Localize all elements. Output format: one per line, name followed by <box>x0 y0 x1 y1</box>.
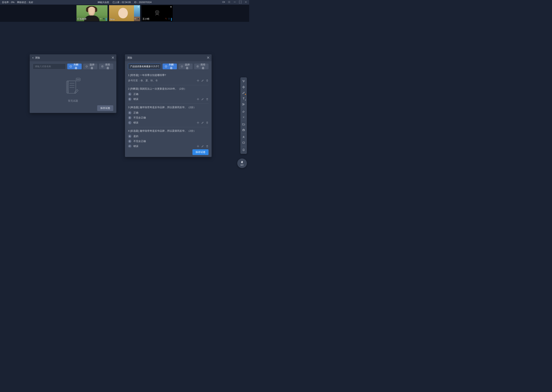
option-text: 是的 <box>133 134 138 138</box>
video-tile[interactable]: ✕ 王小明 <box>142 5 173 21</box>
button-label: 简答题 <box>200 63 206 70</box>
svg-point-1 <box>229 2 230 2</box>
bell-tool-icon[interactable] <box>240 147 247 153</box>
svg-rect-43 <box>243 142 245 143</box>
option-text: 正确 <box>133 92 138 96</box>
button-label: 判断题 <box>168 63 174 70</box>
participant-name: 王小明 <box>142 17 149 21</box>
edit-question-icon[interactable] <box>201 145 204 147</box>
empty-state: 暂无试题 <box>33 72 113 103</box>
button-label: 判断题 <box>73 63 79 70</box>
option-letter: B <box>128 116 131 119</box>
folder-tool-icon[interactable] <box>240 121 247 127</box>
side-toolbar <box>240 77 247 154</box>
brightness-tool-icon[interactable] <box>240 114 247 120</box>
move-question-icon[interactable] <box>197 98 199 101</box>
close-tile-icon[interactable]: ✕ <box>170 6 172 8</box>
video-tile[interactable]: ✕ Nina <box>109 5 140 21</box>
option-text: 错误 <box>133 145 138 147</box>
svg-rect-0 <box>222 1 224 2</box>
close-tile-icon[interactable]: ✕ <box>138 6 139 8</box>
edit-question-icon[interactable] <box>201 98 204 101</box>
question-item: 1 [简答题] 一年四季分别是哪四季?参考答案：春、夏、秋、冬 <box>128 72 209 85</box>
session-id: ID：2020070324 <box>134 1 152 4</box>
volume-meter-icon <box>106 18 107 21</box>
move-tool-icon[interactable] <box>240 84 247 90</box>
question-option[interactable]: B不完全正确 <box>128 116 209 119</box>
short-answer-button[interactable]: 简答题 <box>194 63 209 69</box>
record-icon[interactable] <box>100 17 102 21</box>
eraser-tool-icon[interactable] <box>240 109 247 114</box>
quiz-panel-questions: 测验 判断题 选择题 简答题 1 [简答题] 一年四季分别是哪四 <box>125 54 212 157</box>
svg-point-29 <box>78 79 79 80</box>
answer-reference: 参考答案：春、夏、秋、冬 <box>128 79 209 82</box>
edit-question-icon[interactable] <box>201 121 204 125</box>
judge-question-button[interactable]: 判断题 <box>67 63 82 69</box>
camera-toggle-icon[interactable] <box>222 0 225 4</box>
svg-rect-35 <box>197 66 198 67</box>
close-window-icon[interactable] <box>244 0 247 4</box>
record-icon[interactable] <box>134 17 136 21</box>
delete-question-icon[interactable] <box>206 121 209 125</box>
mic-icon[interactable] <box>137 17 139 21</box>
choice-question-button[interactable]: 选择题 <box>178 63 193 69</box>
option-text: 错误 <box>133 98 138 101</box>
scissors-tool-icon[interactable] <box>240 101 247 107</box>
quiz-name-input[interactable] <box>128 63 161 69</box>
save-quiz-button[interactable]: 保存试卷 <box>97 105 113 111</box>
panel-header: 测验 <box>30 54 116 61</box>
svg-rect-33 <box>165 65 167 67</box>
mic-muted-icon[interactable] <box>165 17 167 21</box>
briefcase-tool-icon[interactable] <box>240 127 247 133</box>
option-letter: C <box>128 121 131 124</box>
close-panel-icon[interactable] <box>207 56 209 59</box>
judge-question-button[interactable]: 判断题 <box>163 63 177 69</box>
camera-off-icon <box>153 9 161 17</box>
video-tile[interactable]: 叮当老师 <box>76 5 108 21</box>
panel-header: 测验 <box>125 54 212 61</box>
question-option[interactable]: A是的 <box>128 134 209 138</box>
option-letter: C <box>128 145 131 147</box>
svg-point-34 <box>181 65 183 67</box>
svg-point-40 <box>243 117 244 118</box>
panel-title: 测验 <box>127 56 132 60</box>
close-panel-icon[interactable] <box>112 56 114 59</box>
svg-point-11 <box>155 10 159 14</box>
hand-raise-badge[interactable]: 0/2 <box>237 159 247 168</box>
delete-question-icon[interactable] <box>206 79 209 83</box>
video-tile-row: 叮当老师 ✕ Nina ✕ 王小明 <box>0 5 249 22</box>
chat-tool-icon[interactable] <box>240 140 247 146</box>
move-question-icon[interactable] <box>197 121 199 125</box>
question-option[interactable]: A正确 <box>128 111 209 114</box>
button-label: 选择题 <box>89 63 95 70</box>
back-icon[interactable] <box>32 57 34 59</box>
delete-question-icon[interactable] <box>206 98 209 101</box>
question-option[interactable]: A正确 <box>128 92 209 96</box>
question-option[interactable]: B不完全正确 <box>128 140 209 143</box>
fullscreen-icon[interactable] <box>239 0 242 4</box>
choice-question-button[interactable]: 选择题 <box>83 63 98 69</box>
text-tool-icon[interactable] <box>240 96 247 101</box>
question-option[interactable]: C错误 <box>128 145 209 147</box>
option-letter: B <box>128 140 131 143</box>
hand-raise-count: 0/2 <box>240 164 243 166</box>
short-answer-button[interactable]: 简答题 <box>99 63 113 69</box>
save-quiz-button[interactable]: 保存试卷 <box>192 149 209 155</box>
user-tool-icon[interactable] <box>240 134 247 140</box>
participant-name: Nina <box>110 18 115 21</box>
delete-question-icon[interactable] <box>206 145 209 147</box>
move-question-icon[interactable] <box>197 79 199 83</box>
question-option[interactable]: B错误 <box>128 98 209 101</box>
mic-icon[interactable] <box>103 17 105 21</box>
pen-tool-icon[interactable] <box>240 90 247 96</box>
settings-icon[interactable] <box>228 0 231 4</box>
question-option[interactable]: C错误 <box>128 121 209 124</box>
cursor-tool-icon[interactable] <box>240 78 247 84</box>
quiz-name-input[interactable] <box>33 63 66 69</box>
move-question-icon[interactable] <box>197 145 199 147</box>
question-item: 2 [判断题] 我国宪法上一次更新是在2020年。（2分）A正确B错误 <box>128 85 209 104</box>
mic-icon[interactable] <box>168 17 170 21</box>
option-letter: B <box>128 98 131 101</box>
edit-question-icon[interactable] <box>201 79 204 83</box>
minimize-icon[interactable] <box>233 0 236 4</box>
